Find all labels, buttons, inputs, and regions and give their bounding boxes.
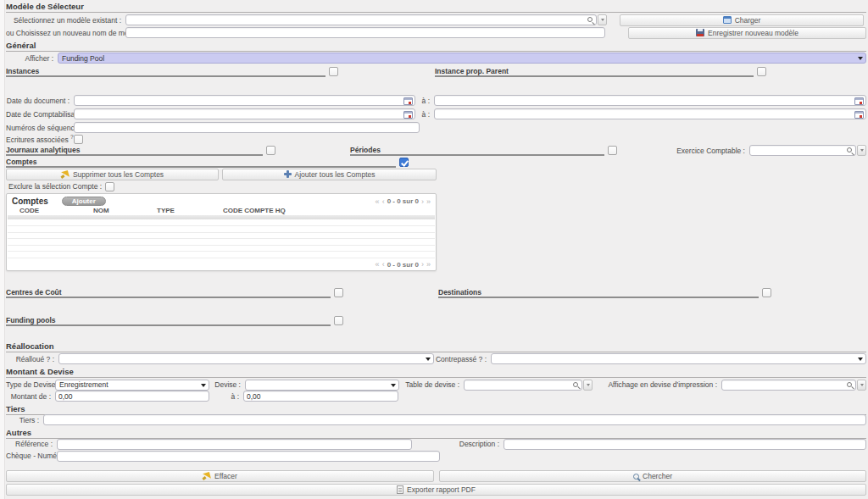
accounts-filter-row: Comptes bbox=[6, 157, 866, 168]
save-icon bbox=[696, 29, 704, 36]
periods-checkbox[interactable] bbox=[608, 146, 617, 155]
print-currency-input[interactable] bbox=[721, 380, 856, 391]
existing-model-input[interactable] bbox=[125, 14, 597, 25]
export-pdf-label: Exporter rapport PDF bbox=[407, 485, 476, 494]
print-currency-dropdown-button[interactable] bbox=[857, 380, 866, 391]
instances-group: Instances bbox=[6, 67, 326, 77]
destinations-checkbox[interactable] bbox=[762, 288, 771, 297]
first-page-icon[interactable]: « bbox=[376, 197, 380, 206]
amount-to-input[interactable] bbox=[243, 391, 398, 402]
new-model-label: ou Choisissez un nouveau nom de modèle : bbox=[6, 29, 125, 37]
posting-date-to-label: à : bbox=[415, 110, 434, 119]
document-date-to bbox=[434, 95, 866, 106]
next-page-icon[interactable]: › bbox=[421, 197, 424, 206]
destinations-label: Destinations bbox=[438, 288, 481, 297]
journals-periods-row: Journaux analytiques Périodes Exercice C… bbox=[6, 145, 866, 156]
fiscal-year-label: Exercice Comptable : bbox=[676, 147, 749, 155]
column-header-code-hq: CODE COMPTE HQ bbox=[223, 207, 436, 214]
display-row: Afficher : Funding Pool bbox=[6, 53, 866, 64]
load-button[interactable]: Charger bbox=[620, 14, 864, 26]
prev-page-icon[interactable]: ‹ bbox=[382, 260, 385, 269]
section-header-general: Général bbox=[6, 41, 866, 52]
exclude-selection-row: Exclure la sélection Compte : bbox=[6, 181, 866, 191]
table-row bbox=[8, 219, 435, 226]
first-page-icon[interactable]: « bbox=[376, 260, 380, 269]
posting-date-label: Date de Comptabilisation : bbox=[6, 110, 74, 119]
calendar-icon[interactable] bbox=[403, 97, 413, 105]
posting-date-row: Date de Comptabilisation : à : bbox=[6, 108, 866, 120]
document-date-to-label: à : bbox=[415, 97, 434, 105]
currency-type-value: Enregistrement bbox=[59, 380, 108, 389]
search-button[interactable]: Chercher bbox=[439, 470, 866, 482]
instances-checkbox[interactable] bbox=[329, 67, 338, 76]
existing-model-dropdown-button[interactable] bbox=[598, 14, 607, 25]
export-row: Exporter rapport PDF bbox=[6, 484, 866, 495]
chevron-down-icon bbox=[426, 358, 431, 361]
amount-from-input[interactable] bbox=[55, 391, 209, 402]
accounts-checkbox[interactable] bbox=[399, 158, 409, 167]
prev-page-icon[interactable]: ‹ bbox=[382, 197, 385, 206]
instance-parent-checkbox[interactable] bbox=[757, 67, 766, 76]
accounts-panel-footer: « ‹ 0 - 0 sur 0 › » bbox=[7, 258, 436, 270]
load-button-label: Charger bbox=[735, 16, 761, 25]
next-page-icon[interactable]: › bbox=[421, 260, 424, 269]
calendar-icon[interactable] bbox=[403, 111, 413, 119]
document-date-from-input[interactable] bbox=[74, 95, 415, 106]
selector-model-form: Modèle de Sélecteur Sélectionnez un modè… bbox=[0, 0, 868, 499]
currency-table-dropdown-button[interactable] bbox=[583, 380, 593, 391]
reversed-select[interactable] bbox=[491, 353, 866, 364]
table-row bbox=[8, 233, 435, 240]
chevron-down-icon bbox=[201, 384, 206, 387]
add-account-button[interactable]: Ajouter bbox=[62, 197, 106, 206]
posting-date-from-input[interactable] bbox=[74, 108, 415, 119]
last-page-icon[interactable]: » bbox=[426, 260, 431, 269]
clear-button[interactable]: Effacer bbox=[6, 470, 434, 482]
cheque-number-input[interactable] bbox=[57, 451, 440, 462]
sequence-label: Numéros de séquence ? : bbox=[6, 122, 74, 132]
description-input[interactable] bbox=[504, 439, 866, 450]
accounts-panel-header: Comptes Ajouter « ‹ 0 - 0 sur 0 › » bbox=[7, 194, 436, 207]
table-row bbox=[8, 226, 435, 233]
fiscal-year-dropdown-button[interactable] bbox=[857, 145, 866, 156]
posting-date-from bbox=[74, 108, 415, 119]
last-page-icon[interactable]: » bbox=[426, 197, 431, 206]
currency-type-select[interactable]: Enregistrement bbox=[55, 380, 209, 391]
amount-row: Montant de : à : bbox=[6, 391, 866, 402]
cost-centers-checkbox[interactable] bbox=[334, 288, 343, 297]
cost-centers-group: Centres de Coût bbox=[6, 288, 331, 298]
column-header-code: CODE bbox=[19, 207, 93, 214]
cheque-row: Chèque - Numéro : bbox=[6, 450, 866, 462]
display-select[interactable]: Funding Pool bbox=[58, 53, 866, 64]
cost-centers-label: Centres de Coût bbox=[6, 288, 62, 297]
funding-pools-checkbox[interactable] bbox=[334, 316, 343, 325]
display-label: Afficher : bbox=[6, 54, 58, 63]
remove-all-accounts-button[interactable]: Supprimer tous les Comptes bbox=[6, 169, 219, 180]
document-date-to-input[interactable] bbox=[434, 95, 866, 106]
associated-entries-checkbox[interactable] bbox=[74, 135, 83, 144]
currency-table-input[interactable] bbox=[464, 380, 582, 391]
third-party-input[interactable] bbox=[43, 414, 866, 425]
new-model-input[interactable] bbox=[125, 27, 605, 38]
search-icon bbox=[573, 382, 578, 387]
reference-input[interactable] bbox=[57, 439, 412, 450]
third-party-row: Tiers : bbox=[6, 414, 866, 425]
exclude-selection-checkbox[interactable] bbox=[105, 182, 114, 191]
accounts-panel-title: Comptes bbox=[12, 197, 48, 206]
sequence-input[interactable] bbox=[74, 122, 420, 133]
table-row bbox=[8, 252, 435, 258]
calendar-icon[interactable] bbox=[854, 97, 864, 105]
save-new-model-button[interactable]: Enregistrer nouveau modèle bbox=[628, 27, 866, 39]
fiscal-year-input[interactable] bbox=[749, 145, 856, 156]
reallocated-select[interactable] bbox=[58, 353, 434, 364]
section-header-reallocation: Réallocation bbox=[6, 341, 866, 352]
analytic-journals-checkbox[interactable] bbox=[266, 146, 275, 155]
calendar-icon[interactable] bbox=[854, 111, 864, 119]
currency-select[interactable] bbox=[245, 380, 399, 391]
instances-row: Instances Instance prop. Parent bbox=[6, 66, 866, 77]
search-button-label: Chercher bbox=[643, 472, 672, 480]
add-all-accounts-button[interactable]: Ajouter tous les Comptes bbox=[222, 169, 437, 180]
load-icon bbox=[723, 16, 732, 24]
column-header-nom: NOM bbox=[93, 207, 157, 214]
posting-date-to-input[interactable] bbox=[434, 108, 866, 119]
export-pdf-button[interactable]: Exporter rapport PDF bbox=[6, 484, 866, 496]
